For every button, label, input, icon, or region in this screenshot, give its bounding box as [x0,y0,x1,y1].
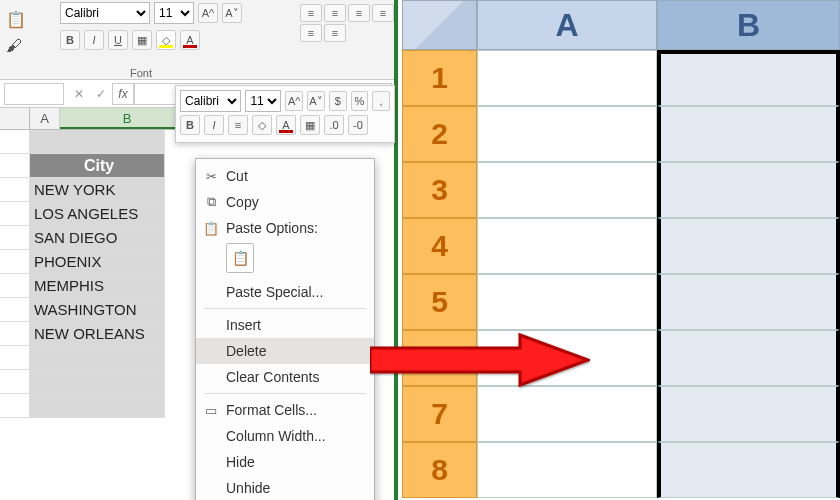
row-header[interactable]: 7 [402,386,477,442]
cell[interactable] [477,274,657,330]
cell-selected[interactable] [657,218,840,274]
font-name-combo[interactable]: Calibri [60,2,150,24]
row-header[interactable]: 6 [402,330,477,386]
cell-selected[interactable] [657,442,840,498]
mini-bold-button[interactable]: B [180,115,200,135]
cancel-edit-icon[interactable]: ✕ [68,83,90,105]
border-button[interactable]: ▦ [132,30,152,50]
italic-button[interactable]: I [84,30,104,50]
ribbon: 📋 🖌 Calibri 11 A^ A˅ B I U ▦ ◇ A ≡ ≡ ≡ ≡ [0,0,394,80]
mini-comma-icon[interactable]: , [372,91,390,111]
cell[interactable] [477,442,657,498]
align-top-icon[interactable]: ≡ [300,4,322,22]
row-header[interactable]: 1 [402,50,477,106]
ctx-unhide[interactable]: Unhide [196,475,374,500]
paste-default-icon[interactable]: 📋 [226,243,254,273]
mini-font-size[interactable]: 11 [245,90,281,112]
cell-selected[interactable] [657,330,840,386]
cell-selected[interactable] [657,106,840,162]
mini-inc-font-icon[interactable]: A^ [285,91,303,111]
mini-toolbar: Calibri 11 A^ A˅ $ % , B I ≡ ◇ A ▦ .0 -0 [175,85,395,143]
result-grid: A B1 2 3 4 5 6 7 8 [402,0,840,500]
font-size-combo[interactable]: 11 [154,2,194,24]
row-header[interactable]: 4 [402,218,477,274]
select-all-corner[interactable] [0,108,30,129]
fx-icon[interactable]: fx [112,83,134,105]
ctx-clear[interactable]: Clear Contents [196,364,374,390]
paste-icon[interactable]: 📋 [6,10,26,29]
font-group: Calibri 11 A^ A˅ B I U ▦ ◇ A [60,2,280,56]
col-header-a[interactable]: A [477,0,657,50]
cell[interactable] [477,386,657,442]
row-header[interactable]: 5 [402,274,477,330]
ctx-format-cells[interactable]: ▭Format Cells... [196,397,374,423]
mini-decdec-icon[interactable]: .0 [324,115,344,135]
cell[interactable] [477,162,657,218]
mini-italic-button[interactable]: I [204,115,224,135]
font-color-button[interactable]: A [180,30,200,50]
mini-font-name[interactable]: Calibri [180,90,241,112]
mini-font-color-icon[interactable]: A [276,115,296,135]
scissors-icon: ✂ [202,169,220,184]
row-header[interactable]: 3 [402,162,477,218]
increase-font-icon[interactable]: A^ [198,3,218,23]
mini-align-icon[interactable]: ≡ [228,115,248,135]
align-left-icon[interactable]: ≡ [372,4,394,22]
align-bot-icon[interactable]: ≡ [348,4,370,22]
mini-percent-icon[interactable]: % [351,91,369,111]
mini-border-icon[interactable]: ▦ [300,115,320,135]
mini-decinc-icon[interactable]: -0 [348,115,368,135]
cell-selected[interactable] [657,274,840,330]
align-center-icon[interactable]: ≡ [300,24,322,42]
col-header-a[interactable]: A [30,108,60,129]
font-group-label: Font [130,67,152,79]
ctx-paste-options-label: 📋Paste Options: [196,215,374,241]
ctx-delete[interactable]: Delete [196,338,374,364]
bold-button[interactable]: B [60,30,80,50]
cell-selected[interactable] [657,50,840,106]
align-right-icon[interactable]: ≡ [324,24,346,42]
format-painter-icon[interactable]: 🖌 [6,37,22,55]
decrease-font-icon[interactable]: A˅ [222,3,242,23]
align-mid-icon[interactable]: ≡ [324,4,346,22]
mini-accounting-icon[interactable]: $ [329,91,347,111]
fill-color-button[interactable]: ◇ [156,30,176,50]
row-header[interactable]: 8 [402,442,477,498]
copy-icon: ⧉ [202,194,220,210]
row-header[interactable]: 2 [402,106,477,162]
cell[interactable] [477,330,657,386]
cell[interactable] [477,218,657,274]
cell[interactable] [477,106,657,162]
ctx-hide[interactable]: Hide [196,449,374,475]
clipboard-icon: 📋 [202,221,220,236]
alignment-group: ≡ ≡ ≡ ≡ ≡ ≡ [300,4,400,42]
confirm-edit-icon[interactable]: ✓ [90,83,112,105]
ctx-cut[interactable]: ✂Cut [196,163,374,189]
underline-button[interactable]: U [108,30,128,50]
paste-options-row: 📋 [196,241,374,279]
cell[interactable] [477,50,657,106]
cell-selected[interactable] [657,386,840,442]
cell-selected[interactable] [657,162,840,218]
ctx-copy[interactable]: ⧉Copy [196,189,374,215]
context-menu: ✂Cut ⧉Copy 📋Paste Options: 📋 Paste Speci… [195,158,375,500]
mini-fill-icon[interactable]: ◇ [252,115,272,135]
ctx-column-width[interactable]: Column Width... [196,423,374,449]
select-all-corner[interactable] [402,0,477,50]
ctx-paste-special[interactable]: Paste Special... [196,279,374,305]
col-header-b[interactable]: B [657,0,840,50]
clipboard-group: 📋 🖌 [2,6,52,59]
ctx-insert[interactable]: Insert [196,312,374,338]
mini-dec-font-icon[interactable]: A˅ [307,91,325,111]
format-cells-icon: ▭ [202,403,220,418]
name-box[interactable] [4,83,64,105]
